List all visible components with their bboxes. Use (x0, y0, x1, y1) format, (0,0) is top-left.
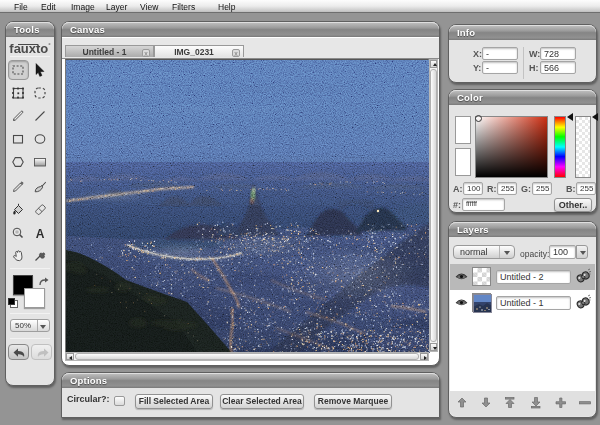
svg-text:A: A (36, 226, 45, 240)
